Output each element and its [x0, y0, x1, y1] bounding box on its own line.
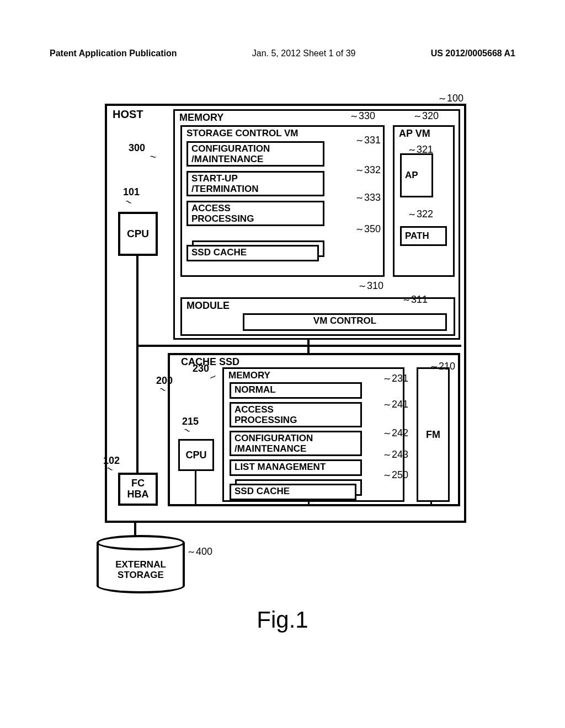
- ref-231: 231: [383, 373, 408, 384]
- ref-310: 310: [359, 280, 383, 292]
- ssd-memory-label: MEMORY: [228, 370, 270, 381]
- ref-350: 350: [356, 223, 381, 235]
- fm-box: FM: [417, 367, 450, 502]
- host-bus: [137, 345, 461, 347]
- ssd-memory-box: MEMORY NORMAL ACCESS PROCESSING CONFIGUR…: [222, 367, 404, 502]
- startup-termination-box: START-UP /TERMINATION: [186, 171, 324, 196]
- ref-311: 311: [403, 294, 428, 306]
- storage-control-vm-label: STORAGE CONTROL VM: [186, 128, 298, 139]
- path-box: PATH: [400, 226, 447, 246]
- host-label: HOST: [113, 108, 143, 121]
- ref-242: 242: [383, 427, 408, 439]
- ref-332: 332: [356, 164, 381, 176]
- ref-321: 321: [408, 144, 433, 156]
- ssd-mem-drop: [308, 501, 310, 506]
- list-management-box: LIST MANAGEMENT: [230, 459, 362, 476]
- ref-100: 100: [439, 93, 463, 104]
- storage-control-vm: STORAGE CONTROL VM CONFIGURATION /MAINTE…: [180, 125, 385, 277]
- ref-241: 241: [383, 399, 408, 410]
- cache-ssd-label: CACHE SSD: [181, 356, 239, 368]
- external-storage-cylinder: EXTERNAL STORAGE: [97, 535, 185, 601]
- header-sheet: Jan. 5, 2012 Sheet 1 of 39: [252, 49, 356, 58]
- vm-control-box: VM CONTROL: [243, 313, 447, 331]
- cylinder-top: [97, 535, 185, 550]
- header-publication: Patent Application Publication: [50, 49, 177, 58]
- figure-caption: Fig.1: [0, 607, 565, 633]
- host-bus-ssd-drop: [307, 346, 310, 353]
- ref-330: 330: [350, 110, 375, 122]
- ref-243: 243: [383, 449, 408, 461]
- ref-210: 210: [430, 361, 455, 372]
- ssd-fm-drop: [430, 501, 432, 506]
- ssd-cpu-box: CPU: [178, 439, 214, 471]
- ssd-cpu-drop: [195, 471, 196, 505]
- header-pubnum: US 2012/0005668 A1: [431, 49, 515, 58]
- ssd-config-maintenance-box: CONFIGURATION /MAINTENANCE: [230, 431, 362, 456]
- ap-vm-label: AP VM: [399, 128, 430, 140]
- memory-label: MEMORY: [179, 112, 223, 124]
- ssd-cache-box: SSD CACHE: [186, 245, 319, 261]
- external-label: EXTERNAL: [115, 560, 166, 570]
- access-processing-box: ACCESS PROCESSING: [186, 201, 324, 226]
- ref-250: 250: [383, 469, 408, 481]
- host-bus-cpu-drop: [136, 256, 138, 473]
- host-bus-mem-drop: [307, 340, 310, 346]
- hba-label: HBA: [127, 489, 149, 500]
- page: Patent Application Publication Jan. 5, 2…: [0, 0, 565, 728]
- normal-box: NORMAL: [230, 382, 362, 399]
- host-cpu-box: CPU: [118, 212, 158, 256]
- ap-box: AP: [400, 153, 433, 197]
- module-label: MODULE: [186, 300, 230, 312]
- ssd-internal-bus: [195, 504, 432, 506]
- ssd-ssd-cache-box: SSD CACHE: [230, 484, 356, 500]
- ref-320: 320: [414, 110, 439, 122]
- page-header: Patent Application Publication Jan. 5, 2…: [50, 49, 515, 58]
- fc-label: FC: [131, 478, 145, 489]
- ref-400: 400: [188, 546, 212, 558]
- storage-label: STORAGE: [118, 570, 164, 581]
- ref-322: 322: [408, 208, 433, 220]
- ref-331: 331: [356, 135, 381, 146]
- host-box: HOST MEMORY STORAGE CONTROL VM CONFIGURA…: [105, 104, 466, 523]
- ssd-access-processing-box: ACCESS PROCESSING: [230, 402, 362, 427]
- ref-300: 300: [129, 142, 145, 154]
- ref-333: 333: [356, 192, 381, 204]
- config-maintenance-box: CONFIGURATION /MAINTENANCE: [186, 141, 324, 167]
- fc-hba-box: FC HBA: [118, 473, 158, 506]
